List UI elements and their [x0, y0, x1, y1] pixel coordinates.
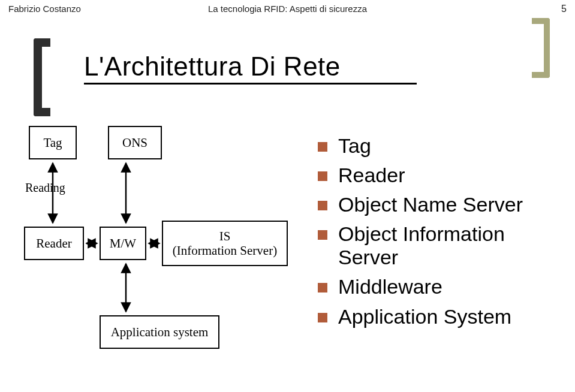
- bullet-text: Object Name Server: [338, 193, 523, 216]
- diagram-box-application: Application system: [100, 315, 219, 349]
- bullet-square-icon: [318, 283, 327, 293]
- list-item: Application System: [318, 305, 564, 328]
- bullet-square-icon: [318, 201, 327, 210]
- list-item: Object Name Server: [318, 193, 564, 216]
- decorative-right-bracket: [532, 18, 550, 78]
- diagram-box-reader: Reader: [24, 227, 84, 260]
- diagram-is-line1: IS: [173, 229, 277, 243]
- list-item: Middleware: [318, 275, 564, 298]
- header-page-number: 5: [381, 4, 567, 14]
- slide-header: Fabrizio Costanzo La tecnologia RFID: As…: [0, 0, 575, 17]
- bullet-text: Reader: [338, 164, 405, 187]
- diagram-box-is: IS (Information Server): [162, 221, 288, 266]
- bullet-text: Middleware: [338, 275, 442, 298]
- list-item: Reader: [318, 164, 564, 187]
- bullet-text: Application System: [338, 305, 511, 328]
- bullet-square-icon: [318, 142, 327, 152]
- architecture-diagram: Tag ONS Reading Reader M/W IS (Informati…: [24, 126, 312, 366]
- diagram-box-ons: ONS: [108, 126, 162, 159]
- diagram-is-line2: (Information Server): [173, 243, 277, 258]
- bullet-square-icon: [318, 171, 327, 181]
- bullet-text: Tag: [338, 134, 371, 158]
- diagram-box-mw: M/W: [100, 227, 146, 260]
- title-block: L'Architettura Di Rete: [84, 52, 504, 85]
- decorative-left-bracket: [34, 38, 50, 116]
- header-author: Fabrizio Costanzo: [8, 4, 194, 14]
- diagram-box-tag: Tag: [29, 126, 77, 159]
- list-item: Tag: [318, 134, 564, 158]
- bullet-text: Object Information Server: [338, 222, 564, 269]
- slide-title: L'Architettura Di Rete: [84, 52, 504, 82]
- bullet-list: Tag Reader Object Name Server Object Inf…: [318, 134, 564, 334]
- diagram-label-reading: Reading: [25, 181, 65, 195]
- bullet-square-icon: [318, 230, 327, 240]
- title-underline: [84, 83, 417, 85]
- header-doc-title: La tecnologia RFID: Aspetti di sicurezza: [194, 4, 380, 14]
- bullet-square-icon: [318, 313, 327, 322]
- list-item: Object Information Server: [318, 222, 564, 269]
